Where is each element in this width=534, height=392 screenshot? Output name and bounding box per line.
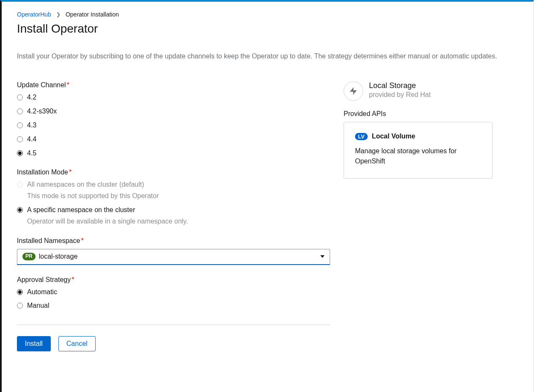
api-badge: LV: [355, 133, 368, 140]
install-button[interactable]: Install: [17, 336, 51, 351]
radio-approval-manual[interactable]: Manual: [17, 301, 330, 310]
installation-mode-group: Installation Mode* All namespaces on the…: [17, 168, 330, 226]
operator-provider: provided by Red Hat: [369, 91, 431, 99]
breadcrumb: OperatorHub ❯ Operator Installation: [17, 11, 518, 18]
breadcrumb-link-operatorhub[interactable]: OperatorHub: [17, 11, 51, 18]
radio-mode-specific-namespace[interactable]: A specific namespace on the cluster Oper…: [17, 206, 330, 226]
chevron-right-icon: ❯: [56, 11, 61, 17]
cancel-button[interactable]: Cancel: [58, 336, 96, 351]
api-card-local-volume[interactable]: LV Local Volume Manage local storage vol…: [344, 122, 493, 179]
radio-mode-all-namespaces: All namespaces on the cluster (default) …: [17, 180, 330, 201]
update-channel-group: Update Channel* 4.2 4.2-s390x 4.3 4.4 4.…: [17, 81, 330, 157]
installed-namespace-label: Installed Namespace*: [17, 237, 330, 245]
api-description: Manage local storage volumes for OpenShi…: [355, 146, 481, 166]
form-divider: [17, 325, 330, 325]
radio-channel-4-2[interactable]: 4.2: [17, 93, 330, 102]
update-channel-label: Update Channel*: [17, 81, 330, 89]
namespace-badge: PR: [22, 253, 36, 260]
installed-namespace-group: Installed Namespace* PR local-storage: [17, 237, 330, 265]
radio-channel-4-2-s390x[interactable]: 4.2-s390x: [17, 107, 330, 116]
radio-approval-automatic[interactable]: Automatic: [17, 288, 330, 297]
button-row: Install Cancel: [17, 336, 330, 351]
api-title: Local Volume: [372, 133, 416, 140]
provided-apis-label: Provided APIs: [344, 110, 493, 118]
operator-header: Local Storage provided by Red Hat: [344, 81, 493, 101]
install-form: Update Channel* 4.2 4.2-s390x 4.3 4.4 4.…: [17, 81, 330, 351]
radio-channel-4-5[interactable]: 4.5: [17, 149, 330, 158]
installed-namespace-select[interactable]: PR local-storage: [17, 249, 330, 265]
bolt-icon: [344, 81, 363, 101]
approval-strategy-group: Approval Strategy* Automatic Manual: [17, 276, 330, 311]
breadcrumb-current: Operator Installation: [66, 11, 119, 18]
installation-mode-label: Installation Mode*: [17, 168, 330, 176]
operator-sidebar: Local Storage provided by Red Hat Provid…: [344, 81, 493, 351]
svg-marker-0: [350, 87, 357, 95]
radio-channel-4-3[interactable]: 4.3: [17, 121, 330, 130]
page-title: Install Operator: [17, 22, 518, 36]
installed-namespace-value: local-storage: [39, 253, 78, 260]
caret-down-icon: [320, 255, 325, 258]
operator-title: Local Storage: [369, 81, 431, 90]
approval-strategy-label: Approval Strategy*: [17, 276, 330, 284]
radio-channel-4-4[interactable]: 4.4: [17, 135, 330, 144]
page-description: Install your Operator by subscribing to …: [17, 52, 518, 61]
